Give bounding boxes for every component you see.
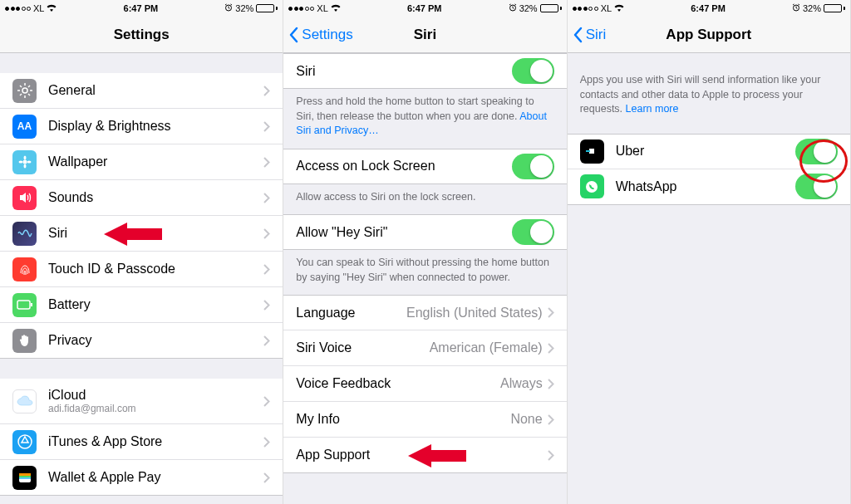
fingerprint-icon — [12, 257, 37, 281]
cell-language[interactable]: Language English (United States) — [283, 295, 566, 330]
status-time: 6:47 PM — [691, 3, 726, 13]
cell-label: Battery — [48, 297, 263, 312]
screen-app-support: XL 6:47 PM 32% Siri App Support Apps you… — [568, 0, 851, 504]
status-bar: XL 6:47 PM 32% — [568, 0, 850, 17]
chevron-right-icon — [548, 343, 554, 354]
chevron-right-icon — [548, 450, 554, 461]
cell-voice-feedback[interactable]: Voice Feedback Always — [283, 366, 566, 402]
settings-list[interactable]: General AA Display & Brightness Wallpape… — [0, 53, 283, 504]
speaker-icon — [12, 186, 37, 210]
cell-label: WhatsApp — [616, 179, 795, 194]
page-title: App Support — [666, 27, 751, 43]
alarm-icon — [792, 3, 800, 13]
uber-app-icon — [580, 139, 604, 164]
cell-itunes-appstore[interactable]: iTunes & App Store — [0, 424, 283, 460]
svg-point-10 — [22, 160, 27, 164]
status-bar: XL 6:47 PM 32% — [283, 0, 566, 17]
cell-label: Wallpaper — [48, 154, 263, 169]
screen-siri: XL 6:47 PM 32% Settings Siri Siri Press … — [283, 0, 567, 504]
footer-siri-description: Press and hold the home button to start … — [283, 89, 566, 149]
back-button[interactable]: Siri — [573, 17, 607, 53]
wallet-icon — [12, 466, 37, 490]
svg-line-8 — [28, 86, 30, 87]
cell-label: Siri — [48, 226, 263, 241]
cell-lockscreen-access[interactable]: Access on Lock Screen — [283, 149, 566, 184]
toggle-whatsapp[interactable] — [795, 174, 838, 199]
svg-rect-16 — [17, 301, 30, 309]
carrier-label: XL — [317, 3, 327, 13]
cell-app-whatsapp[interactable]: WhatsApp — [568, 169, 850, 205]
siri-settings-list[interactable]: Siri Press and hold the home button to s… — [283, 53, 566, 504]
cell-label: iCloud — [48, 388, 263, 403]
cell-label: General — [48, 83, 263, 98]
svg-point-28 — [586, 181, 598, 193]
cell-display-brightness[interactable]: AA Display & Brightness — [0, 109, 283, 144]
cell-label: iTunes & App Store — [48, 434, 263, 449]
toggle-uber[interactable] — [795, 139, 838, 164]
battery-icon — [12, 293, 37, 317]
footer-hey-siri: You can speak to Siri without pressing t… — [283, 250, 566, 295]
cell-label: Touch ID & Passcode — [48, 262, 263, 276]
cell-wallet-applepay[interactable]: Wallet & Apple Pay — [0, 460, 283, 496]
navbar: Settings Siri — [283, 17, 566, 53]
svg-line-9 — [20, 94, 22, 95]
battery-icon — [540, 4, 562, 12]
cell-siri[interactable]: Siri — [0, 216, 283, 252]
cell-general[interactable]: General — [0, 73, 283, 109]
chevron-right-icon — [263, 335, 270, 346]
battery-percent: 32% — [519, 3, 538, 13]
svg-point-11 — [23, 156, 26, 160]
wifi-icon — [47, 3, 57, 13]
chevron-right-icon — [263, 300, 270, 311]
status-time: 6:47 PM — [124, 3, 159, 13]
cell-my-info[interactable]: My Info None — [283, 402, 566, 438]
appstore-icon — [12, 430, 37, 454]
signal-icon — [5, 7, 31, 11]
app-support-list[interactable]: Apps you use with Siri will send informa… — [568, 53, 850, 504]
cell-label: Uber — [616, 144, 795, 159]
alarm-icon — [224, 3, 233, 13]
cell-sounds[interactable]: Sounds — [0, 180, 283, 216]
whatsapp-app-icon — [580, 174, 604, 198]
cell-icloud[interactable]: iCloud adi.fida@gmail.com — [0, 379, 283, 424]
chevron-right-icon — [263, 157, 270, 168]
cell-battery[interactable]: Battery — [0, 287, 283, 323]
signal-icon — [573, 7, 598, 11]
learn-more-link[interactable]: Learn more — [626, 103, 679, 115]
navbar: Settings — [0, 17, 283, 53]
svg-point-13 — [18, 161, 22, 164]
cell-siri-enable[interactable]: Siri — [283, 53, 566, 89]
cell-label: Wallet & Apple Pay — [48, 470, 263, 485]
toggle-hey-siri[interactable] — [512, 219, 554, 245]
chevron-right-icon — [263, 121, 270, 132]
cell-value: American (Female) — [430, 340, 543, 355]
cell-app-support[interactable]: App Support — [283, 438, 566, 473]
cell-label: Sounds — [48, 190, 263, 205]
cell-subtitle: adi.fida@gmail.com — [48, 403, 263, 414]
privacy-hand-icon — [12, 329, 37, 353]
cell-siri-voice[interactable]: Siri Voice American (Female) — [283, 330, 566, 366]
svg-point-1 — [22, 88, 27, 93]
cell-value: English (United States) — [406, 306, 543, 321]
toggle-siri[interactable] — [512, 58, 554, 84]
cell-label: Siri — [296, 64, 511, 79]
cell-wallpaper[interactable]: Wallpaper — [0, 144, 283, 180]
chevron-right-icon — [263, 86, 270, 96]
cell-label: Siri Voice — [296, 340, 429, 355]
cell-label: Privacy — [48, 333, 263, 348]
svg-line-6 — [20, 86, 22, 87]
cell-app-uber[interactable]: Uber — [568, 134, 850, 169]
wifi-icon — [614, 3, 624, 13]
battery-percent: 32% — [235, 3, 253, 13]
cell-touchid-passcode[interactable]: Touch ID & Passcode — [0, 252, 283, 287]
signal-icon — [288, 7, 314, 11]
chevron-right-icon — [263, 396, 270, 407]
cell-privacy[interactable]: Privacy — [0, 323, 283, 359]
svg-rect-17 — [31, 303, 32, 306]
back-button[interactable]: Settings — [288, 17, 352, 53]
cell-hey-siri[interactable]: Allow "Hey Siri" — [283, 214, 566, 250]
gear-icon — [12, 79, 37, 103]
svg-rect-21 — [19, 476, 31, 477]
toggle-lockscreen[interactable] — [512, 154, 554, 179]
footer-lockscreen: Allow access to Siri on the lock screen. — [283, 184, 566, 215]
